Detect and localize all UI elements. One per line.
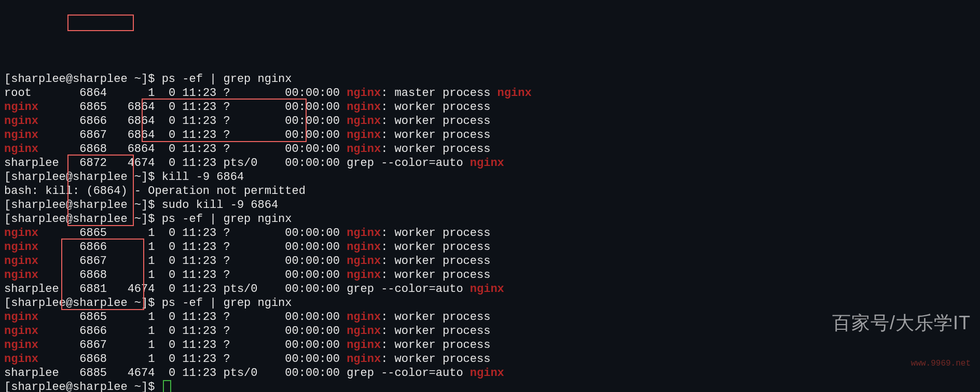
nginx-user: nginx	[4, 241, 38, 254]
nginx-user: nginx	[4, 129, 38, 142]
ps-row: sharplee 6885 4674 0 11:23 pts/0 00:00:0…	[4, 367, 504, 380]
ps-row: nginx 6867 1 0 11:23 ? 00:00:00 nginx: w…	[4, 339, 490, 352]
ps-row: nginx 6865 1 0 11:23 ? 00:00:00 nginx: w…	[4, 227, 490, 240]
nginx-match: nginx	[347, 241, 381, 254]
nginx-match: nginx	[347, 325, 381, 338]
prompt[interactable]: [sharplee@sharplee ~]$	[4, 381, 162, 392]
nginx-user: nginx	[4, 353, 38, 366]
ps-row: nginx 6868 1 0 11:23 ? 00:00:00 nginx: w…	[4, 353, 490, 366]
nginx-user: nginx	[4, 325, 38, 338]
terminal-output: [sharplee@sharplee ~]$ ps -ef | grep ngi…	[4, 58, 976, 392]
nginx-user: nginx	[4, 339, 38, 352]
cursor[interactable]	[163, 380, 171, 392]
ps-row: nginx 6867 1 0 11:23 ? 00:00:00 nginx: w…	[4, 255, 490, 268]
nginx-match: nginx	[347, 143, 381, 156]
nginx-user: nginx	[4, 255, 38, 268]
ps-row: nginx 6866 1 0 11:23 ? 00:00:00 nginx: w…	[4, 241, 490, 254]
nginx-user: nginx	[4, 311, 38, 324]
prompt: [sharplee@sharplee ~]$	[4, 213, 162, 226]
ps-row: nginx 6866 6864 0 11:23 ? 00:00:00 nginx…	[4, 115, 490, 128]
nginx-user: nginx	[4, 143, 38, 156]
error-output: bash: kill: (6864) - Operation not permi…	[4, 185, 306, 198]
nginx-match: nginx	[347, 101, 381, 114]
nginx-match: nginx	[470, 367, 504, 380]
prompt: [sharplee@sharplee ~]$	[4, 297, 162, 310]
nginx-user: nginx	[4, 227, 38, 240]
prompt: [sharplee@sharplee ~]$	[4, 199, 162, 212]
ps-row: nginx 6865 1 0 11:23 ? 00:00:00 nginx: w…	[4, 311, 490, 324]
nginx-match: nginx	[347, 227, 381, 240]
nginx-match: nginx	[347, 339, 381, 352]
nginx-user: nginx	[4, 115, 38, 128]
nginx-match: nginx	[347, 269, 381, 282]
nginx-match: nginx	[347, 129, 381, 142]
ps-row: nginx 6868 6864 0 11:23 ? 00:00:00 nginx…	[4, 143, 490, 156]
nginx-user: nginx	[4, 101, 38, 114]
nginx-match: nginx	[347, 311, 381, 324]
highlight-box-master-pid	[67, 15, 134, 31]
nginx-match: nginx	[347, 353, 381, 366]
ps-row: nginx 6865 6864 0 11:23 ? 00:00:00 nginx…	[4, 101, 490, 114]
ps-row: nginx 6866 1 0 11:23 ? 00:00:00 nginx: w…	[4, 325, 490, 338]
nginx-match: nginx	[498, 87, 532, 100]
command-ps: ps -ef | grep nginx	[162, 297, 292, 310]
ps-row: sharplee 6881 4674 0 11:23 pts/0 00:00:0…	[4, 283, 504, 296]
prompt: [sharplee@sharplee ~]$	[4, 73, 162, 86]
ps-row: nginx 6867 6864 0 11:23 ? 00:00:00 nginx…	[4, 129, 490, 142]
ps-row: nginx 6868 1 0 11:23 ? 00:00:00 nginx: w…	[4, 269, 490, 282]
nginx-match: nginx	[470, 157, 504, 170]
command-ps: ps -ef | grep nginx	[162, 213, 292, 226]
nginx-match: nginx	[347, 255, 381, 268]
nginx-match: nginx	[470, 283, 504, 296]
nginx-user: nginx	[4, 269, 38, 282]
command-ps: ps -ef | grep nginx	[162, 73, 292, 86]
prompt: [sharplee@sharplee ~]$	[4, 171, 162, 184]
nginx-match: nginx	[347, 87, 381, 100]
command-kill: kill -9 6864	[162, 171, 244, 184]
nginx-match: nginx	[347, 115, 381, 128]
ps-row: root 6864 1 0 11:23 ? 00:00:00 nginx: ma…	[4, 87, 532, 100]
ps-row: sharplee 6872 4674 0 11:23 pts/0 00:00:0…	[4, 157, 504, 170]
command-sudo-kill: sudo kill -9 6864	[162, 199, 278, 212]
